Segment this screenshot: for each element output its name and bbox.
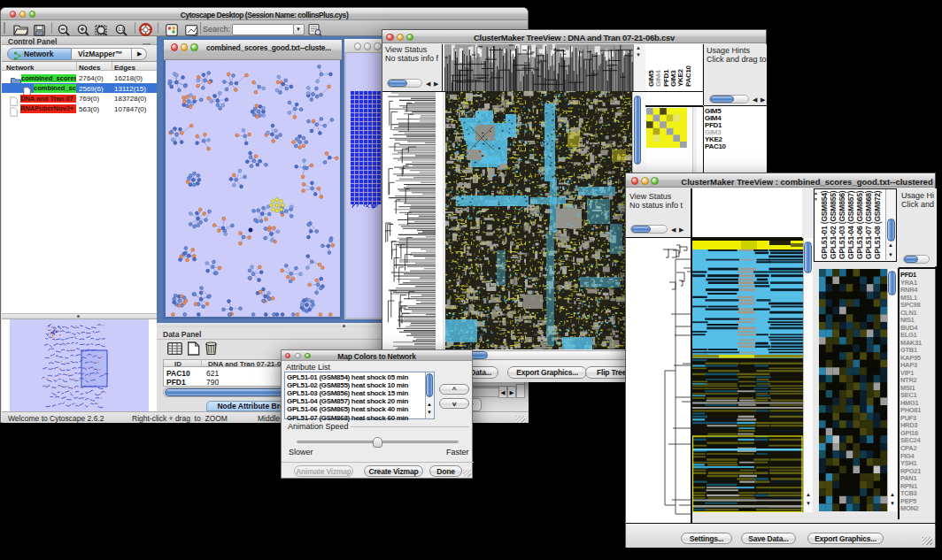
svg-text:1:1: 1:1 — [118, 27, 124, 32]
